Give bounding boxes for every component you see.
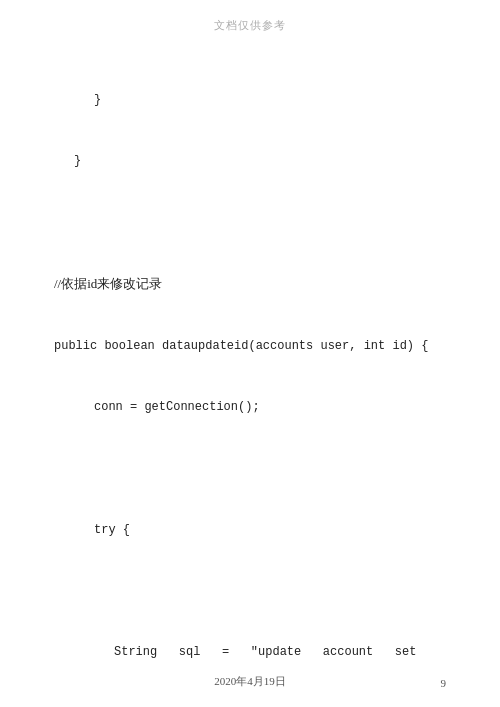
footer-date: 2020年4月19日 <box>214 674 286 689</box>
code-line: conn = getConnection(); <box>54 397 446 417</box>
code-line <box>54 581 446 601</box>
footer: 2020年4月19日 <box>0 674 500 689</box>
code-line <box>54 212 446 232</box>
comment-line: //依据id来修改记录 <box>54 273 446 295</box>
code-line: public boolean dataupdateid(accounts use… <box>54 336 446 356</box>
code-line <box>54 459 446 479</box>
page-number: 9 <box>441 677 447 689</box>
code-line: try { <box>54 520 446 540</box>
code-line: String sql = "update account set <box>54 642 446 662</box>
code-block: } } //依据id来修改记录 public boolean dataupdat… <box>54 49 446 707</box>
code-line: username=?,userpwd=?,personId=?,accountT… <box>54 703 446 707</box>
code-line: } <box>54 151 446 171</box>
watermark: 文档仅供参考 <box>54 18 446 33</box>
page: 文档仅供参考 } } //依据id来修改记录 public boolean da… <box>0 0 500 707</box>
code-line: } <box>54 90 446 110</box>
